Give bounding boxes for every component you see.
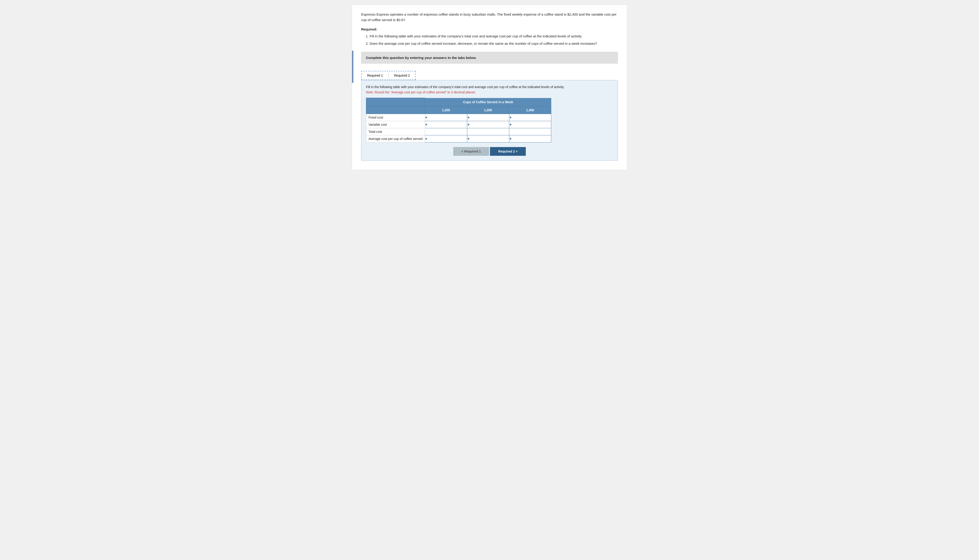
row-label-variable-cost: Variable cost	[366, 121, 425, 128]
row-label-fixed-cost: Fixed cost	[366, 114, 425, 121]
cell-variable-1200[interactable]	[425, 121, 467, 128]
table-row-variable-cost: Variable cost	[366, 121, 551, 128]
input-total-1300[interactable]	[467, 128, 509, 135]
cell-arrow-3	[510, 116, 511, 118]
cell-arrow-1	[426, 116, 427, 118]
col-header-1400: 1,400	[509, 106, 551, 114]
table-header-main: Cups of Coffee Served in a Week	[425, 98, 551, 107]
requirement-2: 2. Does the average cost per cup of coff…	[361, 41, 618, 46]
tab-content-area: Fill in the following table with your es…	[361, 80, 618, 161]
input-variable-1400[interactable]	[509, 121, 551, 128]
cell-arrow-7	[426, 138, 427, 140]
table-subheader-empty	[366, 106, 425, 114]
input-variable-1200[interactable]	[425, 121, 467, 128]
requirement-1: 1. Fill in the following table with your…	[361, 33, 618, 39]
cell-fixed-1300[interactable]	[467, 114, 509, 121]
row-label-average-cost: Average cost per cup of coffee served	[366, 135, 425, 142]
required-heading: Required:	[361, 27, 618, 31]
req-1-text: Fill in the following table with your es…	[370, 34, 582, 38]
col-header-1300: 1,300	[467, 106, 509, 114]
tab-instruction: Fill in the following table with your es…	[366, 85, 613, 90]
table-row-total-cost: Total cost	[366, 128, 551, 135]
cell-fixed-1400[interactable]	[509, 114, 551, 121]
table-corner-empty	[366, 98, 425, 107]
cell-arrow-4	[426, 123, 427, 126]
req-1-number: 1.	[366, 34, 370, 38]
cell-arrow-5	[468, 123, 469, 126]
cell-total-1300[interactable]	[467, 128, 509, 135]
prev-button[interactable]: < Required 1	[453, 147, 489, 156]
cell-avg-1400[interactable]	[509, 135, 551, 142]
input-total-1200[interactable]	[425, 128, 467, 135]
input-avg-1300[interactable]	[467, 135, 509, 142]
req-2-number: 2.	[366, 42, 370, 45]
req-2-text: Does the average cost per cup of coffee …	[370, 42, 597, 45]
problem-text: Espresso Express operates a number of es…	[361, 12, 618, 23]
complete-banner: Complete this question by entering your …	[361, 52, 618, 63]
input-avg-1400[interactable]	[509, 135, 551, 142]
requirements-list: 1. Fill in the following table with your…	[361, 33, 618, 46]
tab-required-1[interactable]: Required 1	[362, 72, 388, 80]
input-total-1400[interactable]	[509, 128, 551, 135]
input-variable-1300[interactable]	[467, 121, 509, 128]
input-fixed-1200[interactable]	[425, 114, 467, 121]
data-table: Cups of Coffee Served in a Week 1,200 1,…	[366, 98, 551, 142]
table-row-fixed-cost: Fixed cost	[366, 114, 551, 121]
tab-note: Note: Round the "Average cost per cup of…	[366, 90, 613, 94]
left-bar-decoration	[352, 51, 353, 83]
input-avg-1200[interactable]	[425, 135, 467, 142]
cell-variable-1300[interactable]	[467, 121, 509, 128]
input-fixed-1300[interactable]	[467, 114, 509, 121]
tab-required-2[interactable]: Required 2	[389, 72, 416, 80]
cell-arrow-9	[510, 138, 511, 140]
tabs-wrapper: Required 1 Required 2	[361, 67, 618, 80]
input-fixed-1400[interactable]	[509, 114, 551, 121]
cell-avg-1300[interactable]	[467, 135, 509, 142]
cell-variable-1400[interactable]	[509, 121, 551, 128]
cell-total-1200[interactable]	[425, 128, 467, 135]
tabs-container: Required 1 Required 2	[361, 71, 416, 80]
cell-arrow-2	[468, 116, 469, 118]
cell-avg-1200[interactable]	[425, 135, 467, 142]
cell-arrow-8	[468, 138, 469, 140]
cell-total-1400[interactable]	[509, 128, 551, 135]
cell-fixed-1200[interactable]	[425, 114, 467, 121]
next-button[interactable]: Required 2 >	[490, 147, 526, 156]
nav-buttons: < Required 1 Required 2 >	[366, 147, 613, 156]
col-header-1200: 1,200	[425, 106, 467, 114]
page-container: Espresso Express operates a number of es…	[352, 5, 627, 170]
table-row-average-cost: Average cost per cup of coffee served	[366, 135, 551, 142]
cell-arrow-6	[510, 123, 511, 126]
row-label-total-cost: Total cost	[366, 128, 425, 135]
